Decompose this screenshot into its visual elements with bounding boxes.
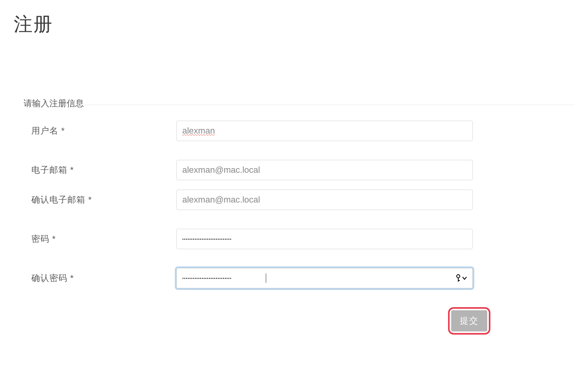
email-input[interactable]: [176, 160, 473, 180]
divider: [14, 105, 574, 105]
username-label: 用户名 *: [31, 125, 176, 137]
password-input[interactable]: ••••••••••••••••••••••••••••: [176, 229, 473, 249]
confirm-password-input[interactable]: ••••••••••••••••••••••••••••: [176, 268, 473, 288]
form-legend: 请输入注册信息: [14, 98, 84, 109]
confirm-password-label: 确认密码 *: [31, 272, 176, 284]
email-label: 电子邮箱 *: [31, 164, 176, 176]
submit-highlight: 提交: [448, 307, 490, 335]
registration-form: 请输入注册信息 用户名 * 电子邮箱 * 确认电子邮箱 * 密码 *: [0, 98, 588, 335]
confirm-email-input[interactable]: [176, 190, 473, 210]
username-input[interactable]: [176, 121, 473, 141]
submit-button[interactable]: 提交: [451, 310, 487, 331]
confirm-email-label: 确认电子邮箱 *: [31, 194, 176, 206]
page-title: 注册: [0, 0, 588, 37]
password-label: 密码 *: [31, 233, 176, 245]
text-caret: [266, 273, 266, 283]
